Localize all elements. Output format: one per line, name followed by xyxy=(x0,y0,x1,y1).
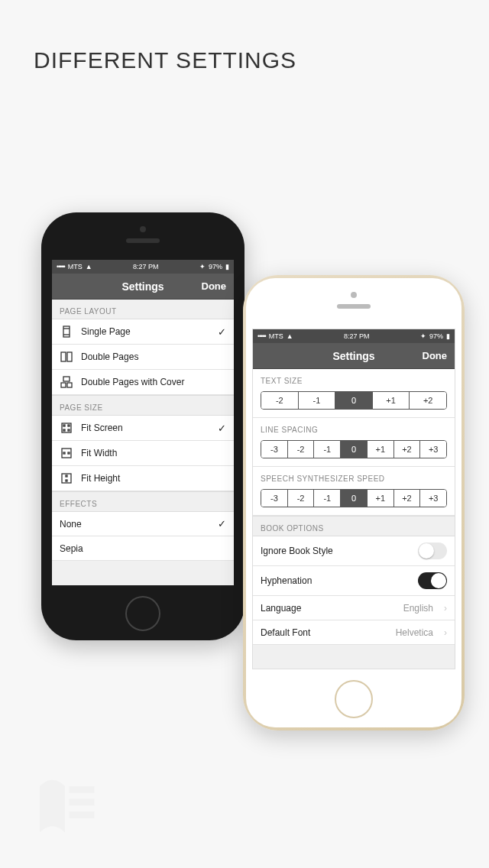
fit-width-icon xyxy=(60,447,73,459)
row-label: Language xyxy=(261,603,396,614)
battery-icon: ▮ xyxy=(225,263,229,270)
svg-rect-9 xyxy=(63,425,65,426)
chevron-right-icon: › xyxy=(444,603,447,614)
screen-black: ••••• MTS ▲ 8:27 PM ✦ 97% ▮ Settings Don… xyxy=(52,260,234,585)
seg-item[interactable]: +2 xyxy=(394,490,421,507)
row-label: Ignore Book Style xyxy=(261,546,410,556)
seg-item-selected[interactable]: 0 xyxy=(341,490,368,507)
wifi-icon: ▲ xyxy=(287,332,293,340)
home-button-icon xyxy=(125,596,160,631)
svg-rect-14 xyxy=(63,452,65,454)
earpiece-icon xyxy=(337,304,371,309)
seg-item-selected[interactable]: 0 xyxy=(341,441,368,458)
segmented-speech-speed[interactable]: -3 -2 -1 0 +1 +2 +3 xyxy=(261,489,447,507)
segmented-text-size[interactable]: -2 -1 0 +1 +2 xyxy=(261,391,447,410)
panel-header-line-spacing: LINE SPACING xyxy=(261,426,447,434)
panel-text-size: TEXT SIZE -2 -1 0 +1 +2 xyxy=(253,369,455,418)
svg-rect-15 xyxy=(68,452,70,454)
row-double-pages[interactable]: Double Pages xyxy=(52,345,234,370)
row-value: Helvetica xyxy=(396,627,433,638)
seg-item[interactable]: -2 xyxy=(288,441,315,458)
status-bar: ••••• MTS ▲ 8:27 PM ✦ 97% ▮ xyxy=(52,260,234,274)
row-double-pages-cover[interactable]: Double Pages with Cover xyxy=(52,370,234,395)
seg-item[interactable]: +2 xyxy=(410,392,446,409)
svg-rect-10 xyxy=(68,425,70,426)
seg-item[interactable]: -1 xyxy=(314,441,341,458)
done-button[interactable]: Done xyxy=(202,280,227,292)
checkmark-icon: ✓ xyxy=(218,518,226,530)
panel-header-text-size: TEXT SIZE xyxy=(261,377,447,385)
row-label: Single Page xyxy=(81,326,210,337)
camera-dot-icon xyxy=(351,292,357,298)
row-label: Default Font xyxy=(261,627,388,638)
nav-title: Settings xyxy=(121,280,164,293)
fit-height-icon xyxy=(60,472,73,484)
svg-rect-6 xyxy=(61,383,66,387)
svg-rect-20 xyxy=(70,799,95,806)
signal-dots-icon: ••••• xyxy=(57,263,65,270)
home-button-icon xyxy=(335,680,373,718)
seg-item[interactable]: +3 xyxy=(420,441,446,458)
row-label: Sepia xyxy=(60,543,226,554)
seg-item[interactable]: -3 xyxy=(261,490,288,507)
row-fit-height[interactable]: Fit Height xyxy=(52,466,234,491)
status-time: 8:27 PM xyxy=(133,263,159,270)
section-header-page-size: PAGE SIZE xyxy=(52,395,234,416)
seg-item[interactable]: -2 xyxy=(261,392,299,409)
seg-item[interactable]: +1 xyxy=(373,392,410,409)
status-bar: ••••• MTS ▲ 8:27 PM ✦ 97% ▮ xyxy=(253,329,455,343)
panel-speech-speed: SPEECH SYNTHESIZER SPEED -3 -2 -1 0 +1 +… xyxy=(253,467,455,516)
seg-item-selected[interactable]: 0 xyxy=(335,392,373,409)
svg-rect-0 xyxy=(63,326,70,337)
nav-bar: Settings Done xyxy=(52,274,234,300)
row-default-font[interactable]: Default Font Helvetica › xyxy=(253,620,455,645)
wifi-icon: ▲ xyxy=(86,263,92,270)
done-button[interactable]: Done xyxy=(423,350,448,361)
seg-item[interactable]: -3 xyxy=(261,441,288,458)
row-single-page[interactable]: Single Page ✓ xyxy=(52,319,234,345)
chevron-right-icon: › xyxy=(444,627,447,638)
panel-line-spacing: LINE SPACING -3 -2 -1 0 +1 +2 +3 xyxy=(253,418,455,467)
bluetooth-icon: ✦ xyxy=(199,263,206,270)
single-page-icon xyxy=(60,326,73,338)
seg-item[interactable]: -1 xyxy=(314,490,341,507)
row-label: None xyxy=(60,519,210,530)
page-title: DIFFERENT SETTINGS xyxy=(34,47,296,73)
seg-item[interactable]: +1 xyxy=(368,490,394,507)
signal-dots-icon: ••••• xyxy=(257,332,266,340)
camera-dot-icon xyxy=(140,226,146,232)
row-hyphenation[interactable]: Hyphenation xyxy=(253,566,455,596)
battery-percent: 97% xyxy=(429,332,443,340)
row-label: Hyphenation xyxy=(261,575,410,586)
row-label: Fit Height xyxy=(81,473,226,484)
row-ignore-book-style[interactable]: Ignore Book Style xyxy=(253,536,455,566)
row-fit-screen[interactable]: Fit Screen ✓ xyxy=(52,416,234,441)
svg-rect-19 xyxy=(70,786,95,793)
section-header-effects: EFFECTS xyxy=(52,491,234,512)
carrier-label: MTS xyxy=(269,332,283,340)
section-header-page-layout: PAGE LAYOUT xyxy=(52,300,234,319)
svg-rect-4 xyxy=(67,352,72,361)
row-language[interactable]: Language English › xyxy=(253,596,455,620)
svg-rect-3 xyxy=(61,352,66,361)
row-fit-width[interactable]: Fit Width xyxy=(52,441,234,466)
seg-item[interactable]: -1 xyxy=(299,392,336,409)
seg-item[interactable]: +3 xyxy=(420,490,446,507)
seg-item[interactable]: +1 xyxy=(368,441,394,458)
carrier-label: MTS xyxy=(68,263,83,270)
segmented-line-spacing[interactable]: -3 -2 -1 0 +1 +2 +3 xyxy=(261,440,447,458)
toggle-ignore-style[interactable] xyxy=(418,542,447,559)
checkmark-icon: ✓ xyxy=(218,423,226,434)
nav-title: Settings xyxy=(332,350,374,362)
row-label: Fit Width xyxy=(81,448,226,458)
seg-item[interactable]: -2 xyxy=(288,490,315,507)
seg-item[interactable]: +2 xyxy=(394,441,421,458)
status-time: 8:27 PM xyxy=(344,332,370,340)
section-header-book-options: BOOK OPTIONS xyxy=(253,516,455,536)
row-label: Double Pages xyxy=(81,351,226,362)
toggle-hyphenation[interactable] xyxy=(418,572,447,589)
row-effect-none[interactable]: None ✓ xyxy=(52,512,234,536)
row-effect-sepia[interactable]: Sepia xyxy=(52,536,234,561)
panel-header-speech-speed: SPEECH SYNTHESIZER SPEED xyxy=(261,474,447,483)
double-pages-cover-icon xyxy=(60,376,73,388)
